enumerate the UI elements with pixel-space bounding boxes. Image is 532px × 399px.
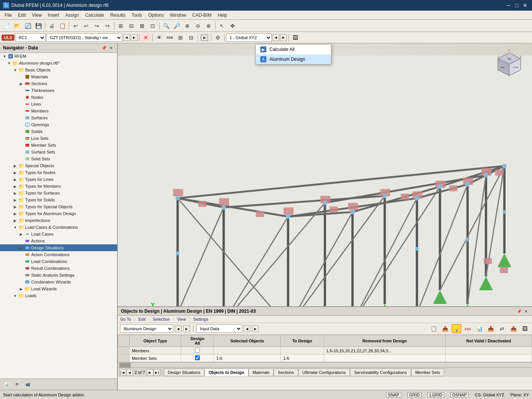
tab-materials[interactable]: Materials [249,369,274,376]
select-btn[interactable]: ↖ [217,21,227,30]
menu-cadbim[interactable]: CAD-BIM [189,12,215,19]
tab-ultimate-configs[interactable]: Ultimate Configurations [298,369,350,376]
nav-pin-btn[interactable]: 📌 [101,45,107,51]
combo-prev-btn[interactable]: ◄ [123,34,130,41]
menu-calculate[interactable]: Calculate [82,12,107,19]
tree-sections[interactable]: ▶ Sections [0,80,117,87]
menu-results[interactable]: Results [107,12,128,19]
tree-actions[interactable]: Actions [0,238,117,244]
design-combo[interactable]: Aluminum Design [120,325,173,333]
aluminum-design-item[interactable]: A Aluminum Design [256,54,331,64]
print-btn[interactable]: 🖨 [47,21,57,30]
tree-members[interactable]: Members [0,108,117,114]
snap-indicator[interactable]: SNAP [386,392,401,397]
page-next-btn[interactable]: ► [147,369,154,376]
tree-combo-wizards[interactable]: W Combination Wizards [0,279,117,285]
tree-basic-objects[interactable]: ▼ 📁 Basic Objects [0,66,117,73]
table-icon3[interactable]: 💡 [451,324,461,333]
minimize-button[interactable]: ─ [505,2,512,9]
zoom2-btn[interactable]: 🔎 [172,21,182,30]
move-btn[interactable]: ✥ [228,21,238,30]
table-icon9[interactable]: 🖼 [520,324,530,333]
display-btn[interactable]: ⊞ [176,33,185,42]
tree-load-wizards[interactable]: ▶ 📁 Load Wizards [0,285,117,292]
tree-openings[interactable]: Openings [0,121,117,128]
row2-checkbox[interactable] [195,355,200,360]
grid-btn[interactable]: ⊟ [127,21,136,30]
menu-window[interactable]: Window [167,12,189,19]
rc-combo[interactable]: RC1 [15,33,46,42]
data-prev-btn[interactable]: ◄ [244,325,250,332]
tree-membersets[interactable]: Member Sets [0,142,117,149]
tab-sections[interactable]: Sections [274,369,298,376]
zoom-btn[interactable]: 🔍 [161,21,171,30]
close-button[interactable]: ✕ [521,2,529,9]
nav-close-btn[interactable]: ✕ [108,45,114,51]
calc-all-item[interactable]: ▶ Calculate All [256,44,331,54]
tree-materials[interactable]: Materials [0,73,117,80]
nav-data-btn[interactable]: 📊 [2,380,11,389]
tree-surfacesets[interactable]: Surface Sets [0,149,117,155]
page-last-btn[interactable]: ►| [154,369,160,376]
view-prev-btn[interactable]: ◄ [272,34,279,41]
xxx-btn[interactable]: xxx [165,33,175,42]
tree-rfem[interactable]: ▼ R RFEM [0,53,117,60]
save-btn[interactable]: 💾 [33,21,43,30]
viewport[interactable]: Y X Z Top Left [118,43,532,390]
h-scrollbar[interactable] [118,362,532,367]
tree-types-special[interactable]: ▶ 📁 Types for Special Objects [0,203,117,210]
tree-result-combinations[interactable]: Result Combinations [0,265,117,272]
tree-types-lines[interactable]: ▶ 📁 Types for Lines [0,176,117,183]
tree-surfaces[interactable]: Surfaces [0,114,117,121]
tab-serviceability-configs[interactable]: Serviceability Configurations [350,369,411,376]
menu-file[interactable]: File [2,12,15,19]
menu-tools[interactable]: Tools [128,12,145,19]
tree-types-surfaces[interactable]: ▶ 📁 Types for Surfaces [0,190,117,196]
row2-design-all[interactable] [181,355,214,362]
view-combo[interactable]: 1 - Global XYZ [226,33,272,42]
menu-options[interactable]: Options [145,12,167,19]
panel-close-btn[interactable]: ✕ [523,308,529,314]
tree-load-combos[interactable]: ▼ 📁 Load Cases & Combinations [0,224,117,231]
data-next-btn[interactable]: ► [252,325,259,332]
tree-nodes[interactable]: Nodes [0,94,117,101]
redo-btn[interactable]: ↪ [92,21,102,30]
zoomfit-btn[interactable]: ⊗ [204,21,214,30]
table-icon4[interactable]: xxx [463,324,473,333]
osnap-indicator[interactable]: OSNAP [450,392,469,397]
lgrid-indicator[interactable]: LGRID [428,392,444,397]
tree-types-members[interactable]: ▶ 📁 Types for Members [0,183,117,190]
tree-imperfections[interactable]: ▶ 📁 Imperfections [0,217,117,224]
tree-load-combinations[interactable]: Load Combinations [0,258,117,265]
row1-checkbox[interactable] [195,348,200,353]
eye-btn[interactable]: 👁 [154,33,164,42]
tree-solids[interactable]: Solids [0,128,117,135]
combo-value-select[interactable]: GZT (STR/GEO) - Ständig / vor... [46,33,122,42]
grid-indicator[interactable]: GRID [407,392,422,397]
tree-load-cases[interactable]: ▶ Load Cases [0,231,117,238]
table-icon5[interactable]: 📊 [474,324,484,333]
tree-linesets[interactable]: Line Sets [0,135,117,142]
refresh-btn[interactable]: 🔄 [23,21,33,30]
tree-types-aluminum[interactable]: ▶ 📁 Types for Aluminum Design [0,210,117,217]
print2-btn[interactable]: 📋 [57,21,67,30]
table-icon6[interactable]: 📥 [486,324,496,333]
table-icon1[interactable]: 📋 [429,324,439,333]
combo-next-btn[interactable]: ► [131,34,138,41]
table-icon8[interactable]: 📤 [508,324,518,333]
nav-view-btn[interactable]: 👁 [12,380,22,389]
redo2-btn[interactable]: ↪ [103,21,112,30]
display2-btn[interactable]: ⊟ [186,33,196,42]
icon-btn[interactable]: ⊡ [148,21,158,30]
menu-view[interactable]: View [29,12,45,19]
menu-help[interactable]: Help [215,12,230,19]
tree-file[interactable]: ▼ 📁 Aluminium design.rf6* [0,60,117,66]
menu-insert[interactable]: Insert [45,12,62,19]
tab-objects-to-design[interactable]: Objects to Design [204,369,249,376]
tree-special-objects[interactable]: ▶ 📁 Special Objects [0,162,117,169]
tree-design-situations[interactable]: ▶ DS Design Situations [0,244,117,251]
view-next-btn[interactable]: ► [280,34,287,41]
tree-lines[interactable]: Lines [0,101,117,108]
tab-member-sets[interactable]: Member Sets [411,369,444,376]
tree-loads[interactable]: ▼ 📁 Loads [0,292,117,299]
